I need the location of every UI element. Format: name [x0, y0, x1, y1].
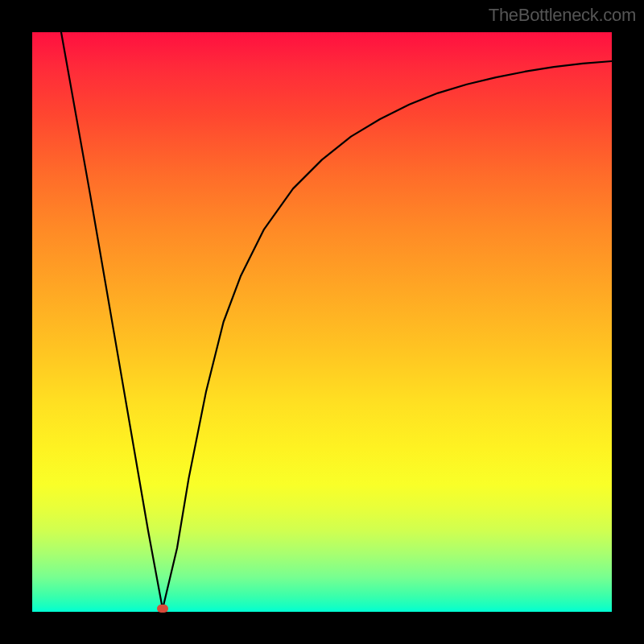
chart-frame: TheBottleneck.com — [0, 0, 644, 644]
watermark-text: TheBottleneck.com — [489, 5, 636, 26]
bottleneck-curve — [61, 32, 612, 609]
plot-area — [32, 32, 612, 612]
curve-layer — [32, 32, 612, 612]
minimum-marker — [157, 605, 168, 613]
